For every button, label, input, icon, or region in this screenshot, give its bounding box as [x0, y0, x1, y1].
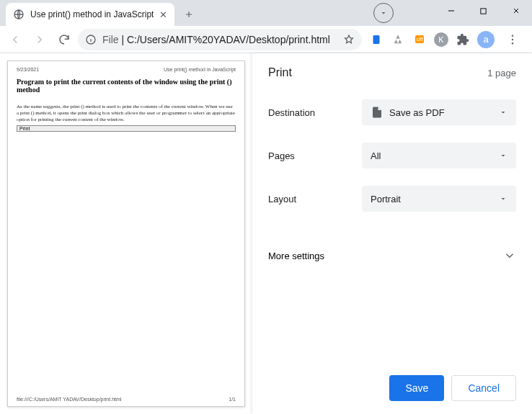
layout-select[interactable]: Portrait — [362, 186, 516, 212]
chevron-down-icon — [499, 108, 507, 117]
save-button[interactable]: Save — [389, 375, 444, 401]
print-preview: 9/23/2021 Use print() method in JavaScri… — [0, 53, 252, 414]
svg-point-6 — [512, 42, 513, 44]
address-bar[interactable]: File | C:/Users/AMIT%20YADAV/Desktop/pri… — [78, 29, 362, 50]
more-settings-label: More settings — [268, 251, 324, 261]
svg-rect-3 — [373, 35, 380, 44]
window-titlebar: Use print() method in JavaScript ✕ — [0, 0, 532, 26]
close-window-button[interactable] — [500, 0, 532, 22]
chevron-down-icon — [499, 194, 507, 203]
tab-title: Use print() method in JavaScript — [30, 9, 154, 19]
info-icon[interactable] — [85, 34, 97, 45]
back-button[interactable] — [4, 29, 26, 50]
extension-icon-4[interactable]: K — [434, 32, 448, 47]
print-dialog: 9/23/2021 Use print() method in JavaScri… — [0, 53, 532, 414]
forward-button[interactable] — [29, 29, 50, 50]
browser-toolbar: File | C:/Users/AMIT%20YADAV/Desktop/pri… — [0, 26, 532, 53]
page-count: 1 page — [487, 68, 516, 78]
preview-body: As the name suggests, the print () metho… — [17, 104, 236, 122]
off-badge: off — [415, 35, 425, 43]
url-text: File | C:/Users/AMIT%20YADAV/Desktop/pri… — [102, 34, 337, 45]
star-icon[interactable] — [343, 34, 355, 45]
preview-header: Use print() method in JavaScript — [164, 67, 236, 72]
preview-date: 9/23/2021 — [17, 67, 39, 72]
pages-value: All — [371, 150, 381, 161]
extensions-puzzle-icon[interactable] — [456, 32, 470, 47]
close-tab-icon[interactable]: ✕ — [159, 9, 167, 20]
globe-icon — [13, 9, 25, 20]
chevron-down-icon — [499, 151, 507, 160]
preview-title: Program to print the current contents of… — [17, 78, 236, 94]
destination-label: Destination — [268, 107, 362, 118]
account-chooser-icon[interactable] — [373, 3, 394, 23]
profile-avatar[interactable]: a — [477, 31, 495, 48]
maximize-button[interactable] — [467, 0, 500, 22]
svg-rect-1 — [481, 8, 486, 13]
destination-select[interactable]: Save as PDF — [362, 99, 516, 125]
cancel-button[interactable]: Cancel — [451, 375, 516, 401]
reload-button[interactable] — [53, 29, 75, 50]
browser-tab[interactable]: Use print() method in JavaScript ✕ — [6, 3, 174, 26]
extension-icons: off K a — [365, 29, 528, 50]
destination-value: Save as PDF — [389, 107, 445, 118]
kebab-menu-icon[interactable] — [502, 29, 523, 50]
preview-footer-page: 1/1 — [229, 397, 236, 402]
more-settings-toggle[interactable]: More settings — [268, 243, 516, 268]
new-tab-button[interactable] — [179, 4, 199, 24]
panel-title: Print — [268, 66, 292, 79]
svg-point-4 — [512, 35, 513, 36]
extension-icon-3[interactable]: off — [412, 32, 427, 47]
pages-select[interactable]: All — [362, 143, 516, 168]
preview-page: 9/23/2021 Use print() method in JavaScri… — [7, 60, 245, 407]
chevron-down-icon — [503, 249, 516, 262]
pages-label: Pages — [268, 150, 362, 161]
preview-print-button: Print — [17, 125, 236, 132]
layout-value: Portrait — [371, 194, 401, 204]
extension-icon-1[interactable] — [369, 32, 384, 47]
extension-icon-2[interactable] — [391, 32, 405, 47]
preview-footer-path: file:///C:/Users/AMIT YADAV/Desktop/prin… — [17, 397, 121, 402]
print-settings-panel: Print 1 page Destination Save as PDF Pag… — [252, 53, 532, 414]
svg-point-5 — [512, 38, 513, 40]
minimize-button[interactable] — [435, 0, 467, 22]
layout-label: Layout — [268, 194, 362, 204]
pdf-file-icon — [371, 106, 384, 119]
window-controls — [435, 0, 532, 22]
